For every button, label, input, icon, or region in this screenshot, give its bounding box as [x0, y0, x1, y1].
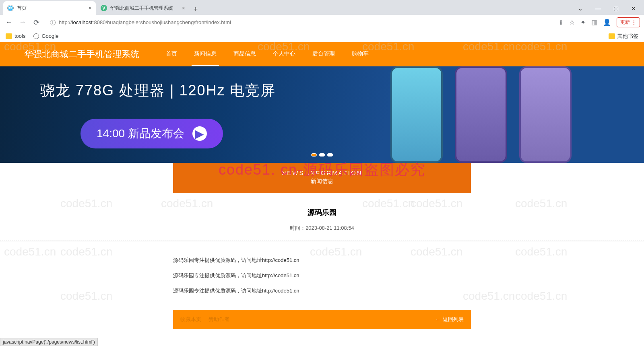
- nav-cart[interactable]: 购物车: [349, 43, 371, 66]
- back-to-list-button[interactable]: ← 返回列表: [435, 316, 464, 323]
- nav-profile[interactable]: 个人中心: [270, 43, 298, 66]
- address-bar: ← → ⟳ i http://localhost:8080/huaqiangbe…: [0, 15, 644, 30]
- banner-phones: [390, 66, 572, 163]
- window-maximize-icon[interactable]: ▢: [612, 5, 620, 12]
- arrow-left-icon: ←: [435, 317, 440, 323]
- tab-title: 华强北商城二手手机管理系统: [110, 5, 173, 12]
- article-title: 源码乐园: [0, 208, 644, 217]
- site-title: 华强北商城二手手机管理系统: [24, 48, 139, 60]
- action-bar: 收藏本页 赞助作者 ← 返回列表: [173, 310, 471, 329]
- globe-icon: [33, 33, 39, 39]
- phone-image: [519, 66, 572, 163]
- window-dropdown-icon[interactable]: ⌄: [576, 5, 584, 12]
- play-icon: ▶: [192, 126, 207, 141]
- nav-menu: 首页 新闻信息 商品信息 个人中心 后台管理 购物车: [163, 43, 371, 66]
- bookmarks-bar: tools Google 其他书签: [0, 30, 644, 42]
- window-controls: ⌄ — ▢ ✕: [576, 5, 644, 15]
- share-icon[interactable]: ⇪: [558, 19, 564, 26]
- site-info-icon[interactable]: i: [50, 20, 56, 25]
- watermark-bg: code51.cn: [60, 290, 112, 303]
- folder-icon: [609, 33, 615, 39]
- profile-icon[interactable]: 👤: [603, 19, 611, 26]
- action-left: 收藏本页 赞助作者: [180, 316, 229, 323]
- article-line: 源码乐园专注提供优质源码，访问地址http://code51.cn: [173, 253, 471, 268]
- sidepanel-icon[interactable]: ▥: [591, 19, 597, 26]
- carousel-dots: [311, 153, 333, 157]
- divider: [0, 241, 644, 241]
- article-meta: 源码乐园 时间：2023-08-21 11:08:54: [0, 208, 644, 241]
- action-sponsor[interactable]: 赞助作者: [208, 316, 229, 323]
- new-tab-button[interactable]: +: [190, 4, 201, 15]
- phone-image: [455, 66, 507, 163]
- banner-cta[interactable]: 14:00 新品发布会 ▶: [80, 119, 223, 148]
- globe-icon: 🌐: [7, 5, 14, 11]
- article-body: 源码乐园专注提供优质源码，访问地址http://code51.cn 源码乐园专注…: [173, 253, 471, 299]
- article-line: 源码乐园专注提供优质源码，访问地址http://code51.cn: [173, 268, 471, 283]
- url-field[interactable]: i http://localhost:8080/huaqiangbeiersho…: [45, 17, 554, 28]
- toolbar-right: ⇪ ☆ ✦ ▥ 👤 更新 ⋮: [558, 17, 640, 27]
- window-close-icon[interactable]: ✕: [630, 5, 638, 12]
- carousel-dot[interactable]: [311, 153, 317, 157]
- section-title-en: NEWS INFORMATION: [173, 169, 471, 176]
- tab-title: 首页: [17, 5, 27, 12]
- article-line: 源码乐园专注提供优质源码，访问地址http://code51.cn: [173, 283, 471, 299]
- watermark-bg: code51.cn: [515, 290, 567, 303]
- section-title-cn: 新闻信息: [173, 178, 471, 185]
- nav-home[interactable]: 首页: [163, 43, 180, 66]
- carousel-dot[interactable]: [327, 153, 333, 157]
- back-button[interactable]: ←: [4, 18, 14, 27]
- url-text: http://localhost:8080/huaqiangbeiershous…: [59, 19, 231, 25]
- extensions-icon[interactable]: ✦: [580, 19, 586, 26]
- action-favorite[interactable]: 收藏本页: [180, 316, 201, 323]
- carousel-dot[interactable]: [319, 153, 325, 157]
- nav-news[interactable]: 新闻信息: [192, 43, 219, 66]
- window-minimize-icon[interactable]: —: [594, 5, 602, 12]
- watermark-bg: code51.cn: [4, 245, 56, 258]
- bookmark-google[interactable]: Google: [33, 33, 58, 39]
- phone-image: [390, 66, 443, 163]
- nav-products[interactable]: 商品信息: [231, 43, 258, 66]
- close-icon[interactable]: ×: [89, 5, 92, 11]
- watermark-bg: code51.cn: [515, 245, 567, 258]
- reload-button[interactable]: ⟳: [31, 18, 41, 27]
- article-time: 时间：2023-08-21 11:08:54: [0, 224, 644, 241]
- hero-banner: 骁龙 778G 处理器 | 120Hz 电竞屏 14:00 新品发布会 ▶: [0, 66, 644, 163]
- section-header: NEWS INFORMATION 新闻信息: [173, 163, 471, 193]
- status-bar: javascript:navPage('./pages/news/list.ht…: [0, 338, 98, 346]
- close-icon[interactable]: ×: [182, 5, 185, 11]
- banner-headline: 骁龙 778G 处理器 | 120Hz 电竞屏: [40, 81, 276, 101]
- star-icon[interactable]: ☆: [569, 19, 575, 26]
- browser-tab-inactive[interactable]: V 华强北商城二手手机管理系统 ×: [97, 1, 189, 15]
- browser-tab-strip: 🌐 首页 × V 华强北商城二手手机管理系统 × + ⌄ — ▢ ✕: [0, 0, 644, 15]
- vue-icon: V: [101, 5, 107, 11]
- bookmark-tools[interactable]: tools: [6, 33, 25, 39]
- folder-icon: [6, 33, 12, 39]
- update-button[interactable]: 更新 ⋮: [617, 17, 640, 27]
- site-header: 华强北商城二手手机管理系统 首页 新闻信息 商品信息 个人中心 后台管理 购物车: [0, 42, 644, 66]
- nav-admin[interactable]: 后台管理: [310, 43, 337, 66]
- browser-tab-active[interactable]: 🌐 首页 ×: [3, 1, 96, 15]
- watermark-bg: code51.cn: [60, 245, 112, 258]
- forward-button[interactable]: →: [18, 18, 27, 27]
- bookmark-other[interactable]: 其他书签: [609, 33, 638, 40]
